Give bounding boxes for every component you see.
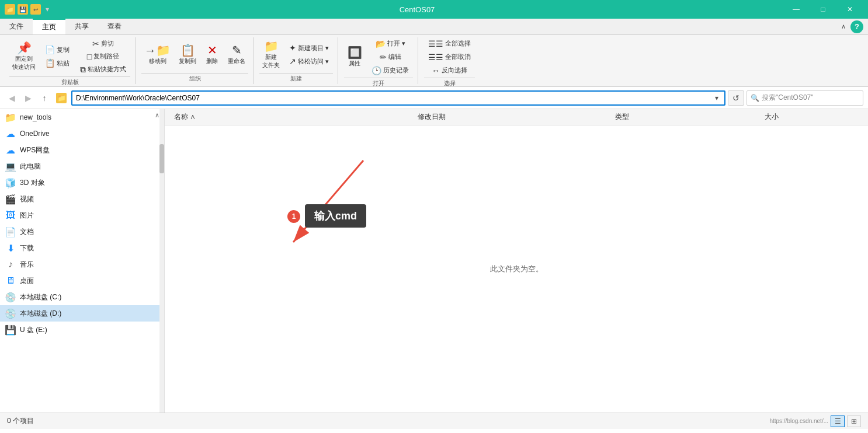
new-folder-button[interactable]: 📁 新建文件夹: [259, 39, 283, 71]
sidebar-item-drive-c[interactable]: 💿 本地磁盘 (C:): [0, 289, 164, 305]
sidebar-label-docs: 文档: [20, 227, 34, 237]
help-button[interactable]: ?: [850, 20, 863, 33]
paste-shortcut-button[interactable]: ⧉ 粘贴快捷方式: [76, 63, 130, 75]
sidebar-label-drive-d: 本地磁盘 (D:): [20, 309, 61, 319]
website-url: https://blog.csdn.net/...: [769, 418, 828, 424]
item-count: 0 个项目: [7, 416, 34, 426]
organize-label: 组织: [141, 73, 248, 84]
tab-file[interactable]: 文件: [0, 19, 33, 34]
scissors-icon: ✂: [92, 40, 99, 48]
sidebar-item-music[interactable]: ♪ 音乐: [0, 256, 164, 273]
ribbon-content: 📌 固定到快速访问 📄 复制 📋 粘贴 ✂ 剪切: [0, 35, 868, 86]
search-icon: 🔍: [751, 94, 759, 102]
edit-button[interactable]: ✏ 编辑: [367, 51, 413, 63]
rename-button[interactable]: ✎ 重命名: [225, 43, 248, 67]
sidebar-scrollbar[interactable]: [159, 109, 164, 413]
organize-items: →📁 移动到 📋 复制到 ✕ 删除 ✎ 重命名: [141, 37, 248, 72]
clipboard-label: 剪贴板: [9, 76, 130, 88]
annotation-arrow-svg: [235, 149, 381, 266]
sidebar-item-docs[interactable]: 📄 文档: [0, 224, 164, 240]
sidebar-collapse[interactable]: ∧: [155, 111, 159, 119]
address-text: D:\Environment\Work\Oracle\CentOS07: [76, 94, 713, 102]
address-dropdown[interactable]: ▾: [713, 94, 721, 102]
sidebar-item-thispc[interactable]: 💻 此电脑: [0, 158, 164, 174]
folder-yellow-icon: 📁: [5, 111, 16, 123]
open-items: 🔲 属性 📂 打开 ▾ ✏ 编辑 🕑 历史记录: [344, 37, 413, 76]
sidebar-item-video[interactable]: 🎬 视频: [0, 191, 164, 207]
content-body: 此文件夹为空。 1 输入cmd: [165, 125, 868, 413]
col-size[interactable]: 大小: [760, 110, 863, 124]
up-button[interactable]: ↑: [37, 91, 51, 105]
undo-icon[interactable]: ↩: [30, 4, 41, 15]
cut-button[interactable]: ✂ 剪切: [76, 37, 130, 50]
view-large-button[interactable]: ⊞: [847, 415, 861, 427]
col-date[interactable]: 修改日期: [413, 110, 610, 124]
edit-icon: ✏: [380, 53, 387, 61]
title-bar: 📁 💾 ↩ ▾ CentOS07 — □ ✕: [0, 0, 868, 19]
paste-button[interactable]: 📋 粘贴: [41, 57, 74, 69]
clipboard-items: 📌 固定到快速访问 📄 复制 📋 粘贴 ✂ 剪切: [9, 37, 130, 75]
copyto-button[interactable]: 📋 复制到: [176, 43, 199, 67]
tab-home[interactable]: 主页: [33, 19, 65, 34]
select-items: ☰☰ 全部选择 ☰☰ 全部取消 ↔ 反向选择: [424, 37, 475, 76]
sidebar-item-new-tools[interactable]: 📁 new_tools: [0, 109, 164, 125]
minimize-button[interactable]: —: [783, 0, 810, 19]
delete-icon: ✕: [207, 44, 217, 56]
sidebar-item-onedrive[interactable]: ☁ OneDrive: [0, 125, 164, 142]
maximize-button[interactable]: □: [810, 0, 836, 19]
new-item-button[interactable]: ✦ 新建项目 ▾: [285, 42, 333, 54]
sidebar-label-downloads: 下载: [20, 243, 34, 253]
moveto-button[interactable]: →📁 移动到: [141, 43, 173, 67]
close-button[interactable]: ✕: [836, 0, 863, 19]
select-all-button[interactable]: ☰☰ 全部选择: [424, 37, 475, 50]
sidebar-item-desktop[interactable]: 🖥 桌面: [0, 273, 164, 289]
history-button[interactable]: 🕑 历史记录: [367, 64, 413, 76]
sidebar-item-wps[interactable]: ☁ WPS网盘: [0, 142, 164, 158]
new-folder-icon: 📁: [264, 40, 279, 52]
open-button[interactable]: 📂 打开 ▾: [367, 37, 413, 50]
invert-select-button[interactable]: ↔ 反向选择: [424, 64, 475, 76]
sidebar-label-3d: 3D 对象: [20, 178, 45, 188]
delete-button[interactable]: ✕ 删除: [202, 43, 223, 67]
copy-path-button[interactable]: □ 复制路径: [76, 50, 130, 62]
sidebar-item-usb[interactable]: 💾 U 盘 (E:): [0, 322, 164, 338]
select-label: 选择: [424, 78, 475, 89]
pin-quickaccess-button[interactable]: 📌 固定到快速访问: [9, 40, 39, 73]
drive-c-icon: 💿: [5, 291, 16, 303]
forward-button[interactable]: ▶: [21, 91, 35, 105]
sidebar-label-desktop: 桌面: [20, 276, 34, 286]
easy-access-button[interactable]: ↗ 轻松访问 ▾: [285, 55, 333, 68]
svg-line-1: [293, 160, 363, 242]
collapse-arrow[interactable]: ∧: [841, 23, 846, 30]
annotation-badge: 1: [287, 210, 300, 223]
select-all-icon: ☰☰: [428, 40, 443, 48]
ribbon: 文件 主页 共享 查看 ∧ ? 📌 固定到快速访问 📄 复制: [0, 19, 868, 87]
tab-view[interactable]: 查看: [98, 19, 131, 34]
address-bar[interactable]: D:\Environment\Work\Oracle\CentOS07 ▾: [71, 90, 725, 106]
view-detail-button[interactable]: ☰: [831, 415, 845, 427]
save-icon[interactable]: 💾: [18, 4, 28, 15]
back-button[interactable]: ◀: [5, 91, 19, 105]
drive-d-icon: 💿: [5, 308, 16, 319]
desktop-icon: 🖥: [5, 275, 16, 287]
sidebar-label-pictures: 图片: [20, 211, 34, 221]
tab-share[interactable]: 共享: [65, 19, 98, 34]
sidebar-item-downloads[interactable]: ⬇ 下载: [0, 240, 164, 256]
properties-button[interactable]: 🔲 属性: [344, 45, 365, 69]
open-group: 🔲 属性 📂 打开 ▾ ✏ 编辑 🕑 历史记录: [339, 37, 418, 84]
col-name[interactable]: 名称 ∧: [169, 110, 413, 124]
copy-icon: 📄: [45, 46, 55, 54]
refresh-button[interactable]: ↺: [728, 90, 744, 106]
search-box[interactable]: 🔍 搜索"CentOS07": [747, 90, 863, 106]
window-controls[interactable]: — □ ✕: [783, 0, 863, 19]
sidebar-item-drive-d[interactable]: 💿 本地磁盘 (D:): [0, 305, 164, 322]
onedrive-icon: ☁: [5, 128, 16, 139]
copy-button[interactable]: 📄 复制: [41, 44, 74, 56]
sidebar-item-3d[interactable]: 🧊 3D 对象: [0, 174, 164, 191]
col-type[interactable]: 类型: [610, 110, 761, 124]
3d-icon: 🧊: [5, 177, 16, 188]
sidebar-item-pictures[interactable]: 🖼 图片: [0, 207, 164, 224]
select-none-button[interactable]: ☰☰ 全部取消: [424, 51, 475, 63]
sidebar-label-new-tools: new_tools: [20, 113, 51, 121]
separator: ▾: [43, 5, 51, 13]
